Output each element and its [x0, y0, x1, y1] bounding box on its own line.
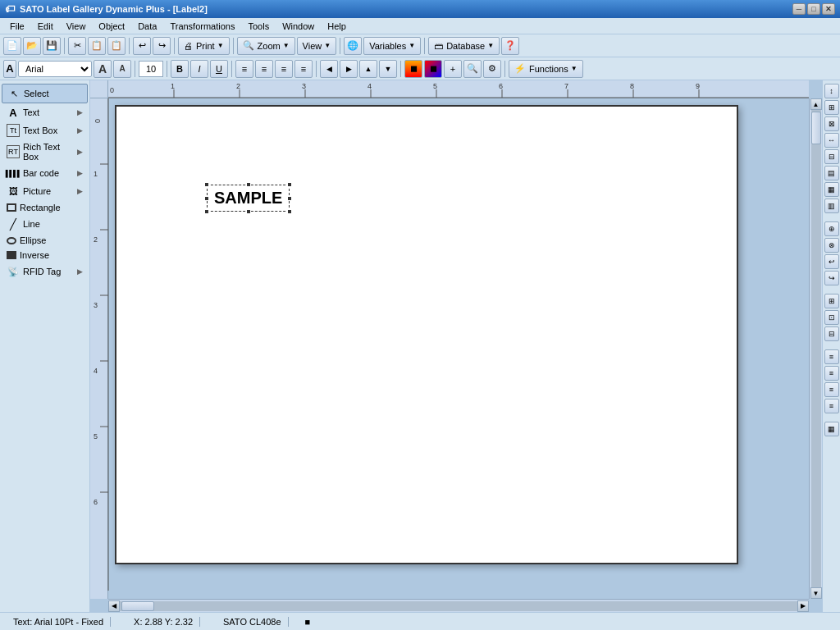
handle-ml[interactable] [204, 196, 209, 201]
shrink-font-button[interactable]: A [113, 60, 131, 78]
copy-button[interactable]: 📋 [88, 37, 106, 55]
italic-button[interactable]: I [190, 60, 208, 78]
scroll-right-button[interactable]: ▶ [797, 600, 809, 612]
rt-btn-3[interactable]: ⊠ [824, 116, 839, 131]
rt-btn-17[interactable]: ≡ [824, 366, 839, 381]
view-dropdown[interactable]: View ▼ [297, 37, 337, 55]
new-button[interactable]: 📄 [3, 37, 21, 55]
cut-button[interactable]: ✂ [68, 37, 86, 55]
menu-tools[interactable]: Tools [241, 20, 276, 33]
menu-view[interactable]: View [60, 20, 93, 33]
tool-line[interactable]: ╱ Line [2, 215, 88, 233]
menu-help[interactable]: Help [321, 20, 353, 33]
v-scroll-thumb[interactable] [811, 112, 821, 144]
font-name-select[interactable]: Arial [18, 61, 92, 77]
rt-btn-8[interactable]: ▥ [824, 199, 839, 213]
variables-dropdown[interactable]: Variables ▼ [363, 37, 421, 55]
properties-button[interactable]: ⚙ [483, 60, 501, 78]
handle-tm[interactable] [246, 182, 251, 187]
text-opt1-button[interactable]: ◀ [320, 60, 338, 78]
tool-picture[interactable]: 🖼 Picture ▶ [2, 182, 88, 200]
rt-btn-16[interactable]: ≡ [824, 349, 839, 364]
scroll-left-button[interactable]: ◀ [108, 600, 120, 612]
menu-transformations[interactable]: Transformations [163, 20, 241, 33]
scroll-down-button[interactable]: ▼ [810, 587, 822, 599]
grow-font-button[interactable]: A [94, 60, 112, 78]
tool-text[interactable]: A Text ▶ [2, 103, 88, 121]
rt-btn-11[interactable]: ↩ [824, 254, 839, 269]
text-opt3-button[interactable]: ▲ [359, 60, 377, 78]
rt-btn-1[interactable]: ↕ [824, 84, 839, 98]
rt-btn-19[interactable]: ≡ [824, 399, 839, 413]
rt-btn-4[interactable]: ↔ [824, 133, 839, 148]
database-dropdown[interactable]: 🗃 Database ▼ [428, 37, 500, 55]
rt-btn-15[interactable]: ⊟ [824, 326, 839, 341]
scroll-up-button[interactable]: ▲ [810, 98, 822, 110]
bold-button[interactable]: B [171, 60, 189, 78]
line-icon: ╱ [7, 217, 20, 231]
menu-data[interactable]: Data [131, 20, 163, 33]
tool-textbox[interactable]: Tt Text Box ▶ [2, 121, 88, 139]
align-justify-button[interactable]: ≡ [294, 60, 313, 78]
h-scroll-track[interactable] [120, 601, 797, 611]
tool-richtextbox[interactable]: RT Rich Text Box ▶ [2, 139, 88, 164]
handle-bm[interactable] [246, 209, 251, 214]
database-icon: 🗃 [434, 41, 443, 51]
handle-tr[interactable] [287, 182, 292, 187]
rt-btn-13[interactable]: ⊞ [824, 294, 839, 308]
rt-btn-20[interactable]: ▦ [824, 422, 839, 436]
rt-btn-14[interactable]: ⊡ [824, 310, 839, 325]
color2-button[interactable]: ◼ [424, 60, 442, 78]
align-right-button[interactable]: ≡ [275, 60, 293, 78]
text-opt4-button[interactable]: ▼ [379, 60, 397, 78]
canvas-area[interactable]: 0 1 2 3 4 5 6 7 8 9 [90, 80, 822, 612]
globe-button[interactable]: 🌐 [344, 37, 362, 55]
close-button[interactable]: ✕ [822, 3, 835, 15]
restore-button[interactable]: □ [807, 3, 820, 15]
menu-object[interactable]: Object [92, 20, 131, 33]
print-dropdown[interactable]: 🖨 Print ▼ [178, 37, 230, 55]
sample-text-object[interactable]: SAMPLE [207, 185, 290, 212]
redo-button[interactable]: ↪ [153, 37, 171, 55]
zoom-out-button[interactable]: 🔍 [463, 60, 482, 78]
menu-file[interactable]: File [3, 20, 31, 33]
handle-br[interactable] [287, 209, 292, 214]
font-size-input[interactable] [139, 61, 163, 77]
underline-button[interactable]: U [210, 60, 228, 78]
tool-barcode[interactable]: ▌▌▌▌ Bar code ▶ [2, 164, 88, 182]
rt-btn-12[interactable]: ↪ [824, 271, 839, 285]
menu-edit[interactable]: Edit [31, 20, 60, 33]
label-canvas[interactable]: SAMPLE [115, 105, 738, 564]
tool-rfidtag[interactable]: 📡 RFID Tag ▶ [2, 262, 88, 281]
functions-dropdown[interactable]: ⚡ Functions ▼ [509, 60, 583, 78]
tool-ellipse[interactable]: Ellipse [2, 233, 88, 248]
save-button[interactable]: 💾 [43, 37, 61, 55]
undo-button[interactable]: ↩ [133, 37, 151, 55]
rt-btn-6[interactable]: ▤ [824, 166, 839, 180]
help-button[interactable]: ❓ [501, 37, 519, 55]
h-scroll-thumb[interactable] [121, 601, 154, 611]
rt-btn-2[interactable]: ⊞ [824, 100, 839, 115]
tool-select[interactable]: ↖ Select [2, 84, 88, 103]
color-button[interactable]: ◼ [404, 60, 422, 78]
minimize-button[interactable]: ─ [792, 3, 806, 15]
rt-btn-7[interactable]: ▦ [824, 182, 839, 197]
paste-button[interactable]: 📋 [107, 37, 126, 55]
rt-btn-9[interactable]: ⊕ [824, 221, 839, 236]
handle-tl[interactable] [204, 182, 209, 187]
align-left-button[interactable]: ≡ [235, 60, 253, 78]
open-button[interactable]: 📂 [23, 37, 41, 55]
rt-btn-10[interactable]: ⊗ [824, 238, 839, 253]
zoom-in-button[interactable]: + [444, 60, 462, 78]
rt-btn-5[interactable]: ⊟ [824, 149, 839, 164]
handle-bl[interactable] [204, 209, 209, 214]
align-center-button[interactable]: ≡ [255, 60, 273, 78]
zoom-dropdown[interactable]: 🔍 Zoom ▼ [237, 37, 295, 55]
tool-inverse[interactable]: Inverse [2, 248, 88, 262]
handle-mr[interactable] [287, 196, 292, 201]
rt-btn-18[interactable]: ≡ [824, 382, 839, 397]
v-scroll-track[interactable] [811, 110, 821, 587]
menu-window[interactable]: Window [276, 20, 321, 33]
tool-rectangle[interactable]: Rectangle [2, 200, 88, 215]
text-opt2-button[interactable]: ▶ [340, 60, 358, 78]
